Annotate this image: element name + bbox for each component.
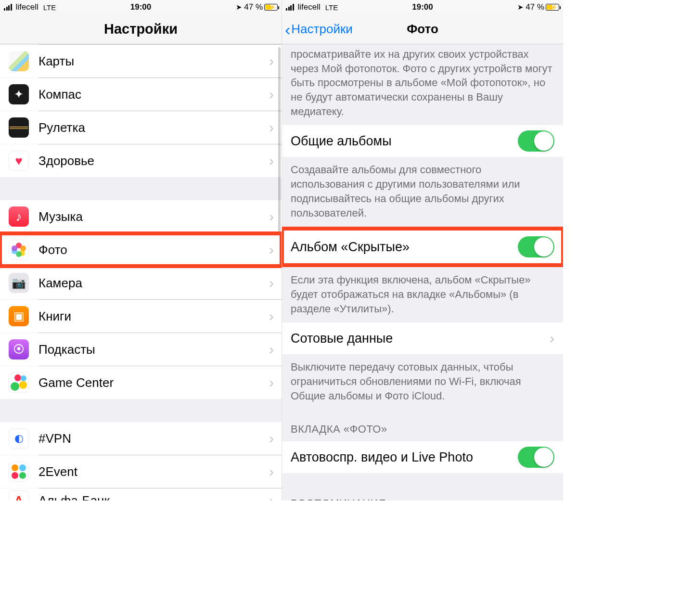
cell-label: Сотовые данные [291, 331, 550, 346]
status-bar: lifecell LTE 19:00 ➤ 47 % ⚡ [282, 0, 563, 14]
camera-icon: 📷 [9, 273, 29, 293]
shared-albums-footer: Создавайте альбомы для совместного испол… [282, 157, 563, 227]
chevron-right-icon: › [269, 492, 274, 500]
cell-label: Книги [38, 309, 269, 324]
nav-bar: Настройки [0, 14, 282, 44]
chevron-right-icon: › [269, 208, 274, 225]
cell-compass[interactable]: ✦ Компас › [0, 78, 282, 111]
memories-header: ВОСПОМИНАНИЯ [282, 488, 563, 500]
clock: 19:00 [130, 2, 151, 12]
chevron-right-icon: › [269, 119, 274, 136]
status-bar: lifecell LTE 19:00 ➤ 47 % ⚡ [0, 0, 282, 14]
cell-hidden-album[interactable]: Альбом «Скрытые» [282, 229, 563, 265]
books-icon: ▣ [9, 306, 29, 326]
battery-icon: ⚡ [546, 4, 559, 11]
chevron-right-icon: › [269, 86, 274, 103]
cell-camera[interactable]: 📷 Камера › [0, 267, 282, 299]
cell-autoplay[interactable]: Автовоспр. видео и Live Photo [282, 441, 563, 473]
cell-photos[interactable]: Фото › [0, 233, 282, 266]
network-type: LTE [43, 3, 56, 12]
2event-icon [9, 462, 29, 482]
cell-label: Game Center [38, 375, 269, 390]
cell-label: Общие альбомы [291, 134, 518, 149]
signal-icon [4, 4, 12, 11]
cell-podcasts[interactable]: ⦿ Подкасты › [0, 333, 282, 366]
cell-health[interactable]: ♥ Здоровье › [0, 144, 282, 177]
cell-label: Камера [38, 276, 269, 291]
cell-cellular-data[interactable]: Сотовые данные › [282, 322, 563, 354]
chevron-right-icon: › [269, 308, 274, 324]
alfa-icon: А [9, 490, 29, 500]
photos-icon [9, 240, 29, 260]
cellular-footer: Выключите передачу сотовых данных, чтобы… [282, 354, 563, 410]
chevron-right-icon: › [269, 341, 274, 358]
chevron-right-icon: › [269, 463, 274, 480]
location-icon: ➤ [236, 3, 242, 12]
phone-settings: lifecell LTE 19:00 ➤ 47 % ⚡ Настройки Ка… [0, 0, 282, 500]
autoplay-switch[interactable] [518, 447, 554, 468]
photos-tab-header: ВКЛАДКА «ФОТО» [282, 410, 563, 441]
cell-label: Автовоспр. видео и Live Photo [291, 450, 518, 465]
podcasts-icon: ⦿ [9, 339, 29, 359]
cell-maps[interactable]: Карты › [0, 45, 282, 77]
chevron-right-icon: › [550, 330, 554, 346]
battery-indicator: 47 % ⚡ [526, 2, 559, 12]
cell-label: Музыка [38, 209, 269, 224]
battery-percent: 47 % [244, 2, 263, 12]
vpn-icon: ◐ [9, 428, 29, 449]
cell-gamecenter[interactable]: Game Center › [0, 366, 282, 399]
shared-albums-switch[interactable] [518, 130, 554, 152]
cell-label: Альбом «Скрытые» [291, 240, 518, 255]
chevron-right-icon: › [269, 430, 274, 447]
clock: 19:00 [412, 2, 433, 12]
hidden-album-footer: Если эта функция включена, альбом «Скрыт… [282, 267, 563, 322]
cell-alfa[interactable]: А Альфа-Банк › [0, 488, 282, 500]
photostream-footer: просматривайте их на других своих устрой… [282, 44, 563, 125]
cell-label: Фото [38, 243, 269, 257]
chevron-right-icon: › [269, 242, 274, 258]
cell-label: Здоровье [38, 154, 269, 168]
location-icon: ➤ [517, 3, 524, 12]
back-label: Настройки [291, 22, 353, 37]
cell-music[interactable]: ♪ Музыка › [0, 200, 282, 233]
carrier-label: lifecell [16, 2, 38, 12]
chevron-right-icon: › [269, 275, 274, 291]
health-icon: ♥ [9, 151, 29, 171]
cell-label: Карты [38, 54, 269, 69]
signal-icon [286, 4, 294, 11]
cell-books[interactable]: ▣ Книги › [0, 300, 282, 333]
battery-percent: 47 % [526, 2, 544, 12]
page-title: Настройки [104, 21, 178, 37]
cell-shared-albums[interactable]: Общие альбомы [282, 125, 563, 157]
network-type: LTE [325, 3, 338, 12]
cell-label: #VPN [38, 431, 269, 446]
chevron-right-icon: › [269, 374, 274, 391]
back-button[interactable]: ‹ Настройки [285, 22, 353, 37]
cell-label: Подкасты [38, 342, 269, 357]
maps-icon [9, 51, 29, 71]
settings-list[interactable]: Карты › ✦ Компас › ═══ Рулетка › ♥ Здоро… [0, 44, 282, 500]
chevron-right-icon: › [269, 53, 274, 69]
gamecenter-icon [9, 372, 29, 393]
carrier-label: lifecell [298, 2, 321, 12]
cell-measure[interactable]: ═══ Рулетка › [0, 111, 282, 144]
phone-photos-settings: lifecell LTE 19:00 ➤ 47 % ⚡ ‹ Настройки … [282, 0, 563, 500]
page-title: Фото [407, 22, 438, 37]
cell-label: Рулетка [38, 120, 269, 135]
measure-icon: ═══ [9, 117, 29, 138]
hidden-album-switch[interactable] [518, 236, 554, 257]
cell-vpn[interactable]: ◐ #VPN › [0, 422, 282, 455]
cell-label: Альфа-Банк [38, 493, 269, 501]
battery-icon: ⚡ [264, 4, 278, 11]
chevron-right-icon: › [269, 153, 274, 169]
nav-bar: ‹ Настройки Фото [282, 14, 563, 44]
photos-settings-list[interactable]: просматривайте их на других своих устрой… [282, 44, 563, 500]
cell-label: 2Event [38, 464, 269, 479]
cell-2event[interactable]: 2Event › [0, 455, 282, 488]
compass-icon: ✦ [9, 84, 29, 104]
battery-indicator: 47 % ⚡ [244, 2, 278, 12]
scrollbar[interactable] [278, 47, 281, 254]
cell-label: Компас [38, 87, 269, 102]
music-icon: ♪ [9, 206, 29, 227]
